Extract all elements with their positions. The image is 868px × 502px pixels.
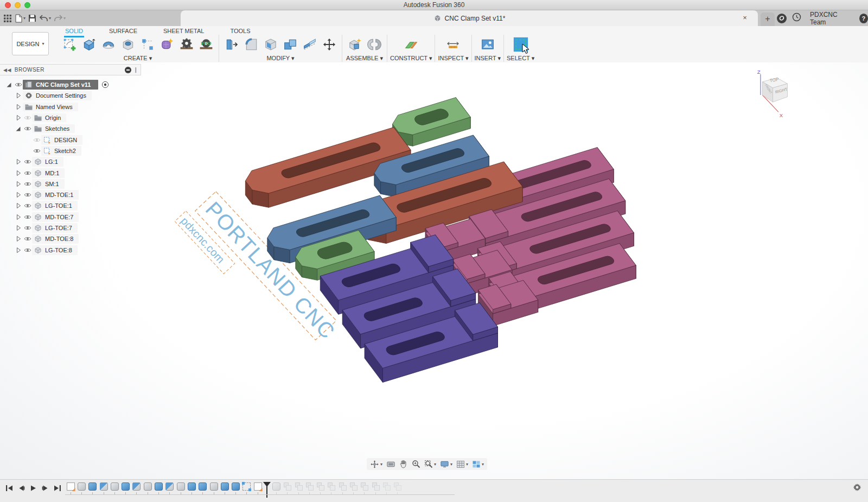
ribbon-group-label[interactable]: INSERT ▾ <box>475 55 501 62</box>
timeline-feature-extrude-icon[interactable] <box>199 482 207 491</box>
browser-row-lg-1[interactable]: LG:1 <box>0 156 141 167</box>
browser-header[interactable]: ◀◀ BROWSER ❙ <box>0 64 141 75</box>
timeline-feature-box-icon[interactable] <box>144 482 152 491</box>
visibility-eye-icon[interactable] <box>23 214 32 220</box>
pan-icon[interactable] <box>399 460 408 468</box>
joint-icon[interactable] <box>365 35 384 54</box>
step-forward-icon[interactable] <box>42 484 49 494</box>
go-to-end-icon[interactable] <box>54 484 61 494</box>
timeline-feature-extrude-icon[interactable] <box>88 482 97 491</box>
new-file-icon[interactable]: ▾ <box>15 14 25 23</box>
timeline-position-marker[interactable] <box>263 482 271 498</box>
browser-row-sm-1[interactable]: SM:1 <box>0 179 141 189</box>
expander-collapsed-icon[interactable] <box>14 104 23 110</box>
shell-icon[interactable] <box>261 35 280 54</box>
recent-history-icon[interactable] <box>792 12 801 24</box>
revolve-icon[interactable] <box>99 35 118 54</box>
app-grid-icon[interactable] <box>3 14 12 23</box>
timeline-feature-chamfer-icon[interactable] <box>132 482 141 491</box>
timeline-settings-gear-icon[interactable] <box>853 483 861 494</box>
viewports-icon[interactable]: ▾ <box>472 460 484 468</box>
timeline-feature-sketch-icon[interactable] <box>254 482 262 491</box>
visibility-eye-icon[interactable] <box>23 170 32 176</box>
orbit-icon[interactable]: ▾ <box>370 460 382 469</box>
expander-expanded-icon[interactable] <box>14 126 23 132</box>
visibility-eye-icon[interactable] <box>23 225 32 231</box>
browser-row-sketches[interactable]: Sketches <box>0 123 141 134</box>
timeline-future-feature-icon[interactable] <box>327 482 335 491</box>
job-status-icon[interactable] <box>777 14 787 23</box>
combine-icon[interactable] <box>280 35 300 54</box>
visibility-eye-icon[interactable] <box>32 137 41 143</box>
timeline-feature-chamfer-icon[interactable] <box>100 482 108 491</box>
browser-row-named-views[interactable]: Named Views <box>0 101 141 112</box>
grid-layout-icon[interactable]: ▾ <box>456 460 468 468</box>
browser-row-design[interactable]: DESIGN <box>0 134 141 145</box>
timeline-future-feature-icon[interactable] <box>339 482 347 491</box>
timeline-future-feature-icon[interactable] <box>360 482 368 491</box>
go-to-start-icon[interactable] <box>5 484 13 494</box>
visibility-eye-icon[interactable] <box>23 192 32 198</box>
timeline-feature-extrude-icon[interactable] <box>122 482 130 491</box>
timeline-future-feature-icon[interactable] <box>393 482 401 491</box>
construction-plane-icon[interactable] <box>401 35 421 54</box>
browser-row-sketch2[interactable]: Sketch2 <box>0 145 141 156</box>
workspace-switcher-button[interactable]: DESIGN ▾ <box>12 32 49 55</box>
extrude-icon[interactable] <box>79 35 99 54</box>
expander-collapsed-icon[interactable] <box>14 247 23 253</box>
fillet-icon[interactable] <box>241 35 261 54</box>
timeline-feature-extrude-icon[interactable] <box>188 482 196 491</box>
expander-collapsed-icon[interactable] <box>14 236 23 242</box>
ribbon-group-label[interactable]: ASSEMBLE ▾ <box>346 55 383 62</box>
save-icon[interactable] <box>28 14 36 22</box>
timeline-future-feature-icon[interactable] <box>305 482 314 491</box>
document-tab[interactable]: CNC Clamp Set v11* × <box>181 10 758 26</box>
expander-collapsed-icon[interactable] <box>14 92 23 99</box>
sketch-pattern-icon[interactable] <box>138 35 157 54</box>
expander-collapsed-icon[interactable] <box>14 225 23 231</box>
timeline-future-feature-icon[interactable] <box>283 482 291 491</box>
expander-collapsed-icon[interactable] <box>14 158 23 165</box>
visibility-eye-icon[interactable] <box>23 115 32 120</box>
activate-radio-icon[interactable] <box>100 81 110 88</box>
ribbon-group-label[interactable]: INSPECT ▾ <box>438 55 468 62</box>
gear-pro-script-icon[interactable]: PRO <box>196 35 216 54</box>
expander-collapsed-icon[interactable] <box>14 181 23 187</box>
expander-collapsed-icon[interactable] <box>14 192 23 198</box>
display-settings-icon[interactable]: ▾ <box>440 460 452 468</box>
expander-collapsed-icon[interactable] <box>14 115 23 121</box>
close-tab-icon[interactable]: × <box>741 14 749 22</box>
visibility-eye-icon[interactable] <box>23 159 32 164</box>
move-icon[interactable] <box>320 35 339 54</box>
timeline-future-feature-icon[interactable] <box>272 482 280 491</box>
zoom-icon[interactable] <box>412 460 420 468</box>
play-icon[interactable] <box>30 484 37 494</box>
timeline-feature-box-icon[interactable] <box>177 482 185 491</box>
visibility-eye-icon[interactable] <box>23 126 32 131</box>
team-name[interactable]: PDXCNC Team <box>807 11 854 26</box>
timeline-future-feature-icon[interactable] <box>382 482 391 491</box>
browser-row-lg-toe-1[interactable]: LG-TOE:1 <box>0 200 141 211</box>
timeline-future-feature-icon[interactable] <box>372 482 380 491</box>
visibility-eye-icon[interactable] <box>23 247 32 253</box>
ribbon-group-label[interactable]: CREATE ▾ <box>124 55 152 62</box>
help-icon[interactable]: ? <box>859 14 868 23</box>
fit-icon[interactable]: ▾ <box>424 460 436 468</box>
ribbon-group-label[interactable]: SELECT ▾ <box>507 55 534 62</box>
look-at-icon[interactable] <box>386 460 395 468</box>
browser-row-md-1[interactable]: MD:1 <box>0 167 141 178</box>
browser-row-lg-toe-8[interactable]: LG-TOE:8 <box>0 244 141 255</box>
redo-icon[interactable]: ▾ <box>54 14 66 22</box>
ribbon-group-label[interactable]: MODIFY ▾ <box>266 55 294 62</box>
visibility-eye-icon[interactable] <box>32 148 41 154</box>
timeline-feature-box-icon[interactable] <box>210 482 218 491</box>
timeline-feature-box-icon[interactable] <box>111 482 119 491</box>
3d-viewport[interactable]: PORTLAND CNCpdxcnc.comZXTOPFRONTRIGHT ◀◀… <box>0 62 868 479</box>
create-sketch-icon[interactable] <box>60 35 79 54</box>
gear-script-icon[interactable] <box>177 35 196 54</box>
timeline-feature-box-icon[interactable] <box>78 482 86 491</box>
browser-row-origin[interactable]: Origin <box>0 112 141 123</box>
visibility-eye-icon[interactable] <box>23 236 32 242</box>
timeline-feature-extrude-icon[interactable] <box>232 482 240 491</box>
ribbon-group-label[interactable]: CONSTRUCT ▾ <box>390 55 432 62</box>
